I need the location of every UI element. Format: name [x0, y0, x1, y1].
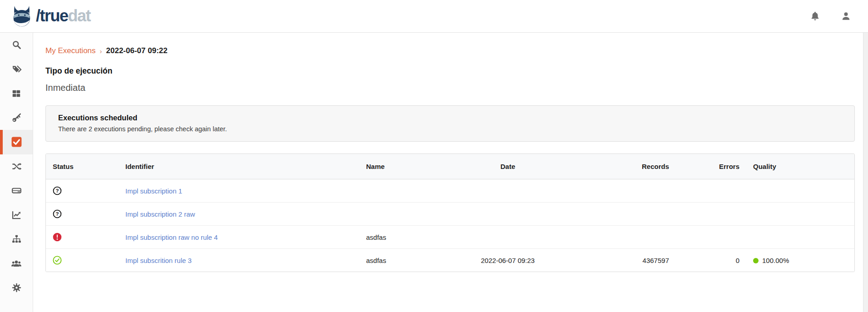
sidebar-item-key[interactable] [0, 106, 33, 130]
sidebar-item-users[interactable] [0, 252, 33, 276]
breadcrumb-my-executions-link[interactable]: My Executions [45, 46, 96, 55]
success-status-icon [53, 258, 62, 266]
name-cell: asdfas [359, 226, 459, 249]
sidebar-item-sources[interactable] [0, 178, 33, 203]
status-cell [46, 249, 119, 272]
pending-status-icon: ? [53, 189, 62, 197]
sidebar-item-dashboards[interactable] [0, 203, 33, 228]
sidebar-item-tags[interactable] [0, 57, 33, 82]
column-header-errors: Errors [676, 154, 746, 179]
table-header-row: Status Identifier Name Date Records Erro… [46, 154, 854, 179]
sidebar [0, 33, 33, 312]
date-cell [459, 226, 556, 249]
status-cell [46, 226, 119, 249]
alert-message: There are 2 executions pending, please c… [58, 125, 842, 133]
column-header-records: Records [556, 154, 676, 179]
header-actions [809, 10, 852, 22]
pending-status-icon: ? [53, 212, 62, 220]
main-content: My Executions › 2022-06-07 09:22 Tipo de… [33, 33, 863, 312]
identifier-link[interactable]: Impl subscription 2 raw [125, 210, 195, 218]
sidebar-item-settings[interactable] [0, 276, 33, 300]
quality-cell [746, 203, 854, 226]
wordmark-secondary: dat [68, 6, 91, 25]
quality-cell: 100.00% [746, 249, 854, 272]
tags-icon [11, 64, 22, 74]
drive-icon [11, 185, 22, 196]
svg-text:?: ? [55, 211, 59, 217]
errors-cell: 0 [676, 249, 746, 272]
sidebar-item-lineage[interactable] [0, 227, 33, 252]
wordmark-primary: /true [36, 6, 68, 25]
shuffle-icon [11, 161, 22, 172]
records-cell [556, 179, 676, 203]
name-cell: asdfas [359, 249, 459, 272]
execution-type-value: Inmediata [45, 83, 863, 93]
date-cell [459, 179, 556, 203]
user-icon[interactable] [840, 10, 852, 22]
table-row: Impl subscrition rule 3 asdfas 2022-06-0… [46, 249, 854, 272]
date-cell [459, 203, 556, 226]
table-row: Impl subscription raw no rule 4 asdfas [46, 226, 854, 249]
table-row: ? Impl subscription 1 [46, 179, 854, 203]
breadcrumb-separator-icon: › [100, 47, 102, 55]
quality-cell [746, 179, 854, 203]
truedat-logo[interactable]: /truedat [11, 5, 90, 28]
breadcrumb: My Executions › 2022-06-07 09:22 [45, 46, 863, 55]
wordmark: /truedat [36, 8, 90, 24]
chart-line-icon [11, 210, 22, 220]
check-square-icon [11, 136, 22, 148]
errors-cell [676, 226, 746, 249]
svg-text:?: ? [55, 188, 59, 193]
column-header-date: Date [459, 154, 556, 179]
search-icon [11, 40, 22, 50]
executions-table: Status Identifier Name Date Records Erro… [45, 154, 855, 272]
breadcrumb-current: 2022-06-07 09:22 [106, 46, 168, 55]
column-header-status: Status [46, 154, 119, 179]
column-header-name: Name [359, 154, 459, 179]
name-cell [359, 203, 459, 226]
owl-logo-icon [11, 5, 33, 28]
users-icon [11, 258, 22, 269]
records-cell [556, 226, 676, 249]
key-icon [11, 113, 22, 123]
alert-title: Executions scheduled [58, 114, 842, 122]
vertical-scrollbar[interactable] [863, 33, 868, 312]
errors-cell [676, 179, 746, 203]
error-status-icon [53, 235, 62, 243]
grid-icon [11, 89, 21, 99]
column-header-identifier: Identifier [119, 154, 359, 179]
executions-scheduled-alert: Executions scheduled There are 2 executi… [45, 105, 855, 142]
records-cell: 4367597 [556, 249, 676, 272]
sitemap-icon [11, 234, 22, 244]
sidebar-item-quality[interactable] [0, 130, 33, 154]
sidebar-item-shuffle[interactable] [0, 154, 33, 179]
status-cell: ? [46, 179, 119, 203]
status-cell: ? [46, 203, 119, 226]
quality-cell [746, 226, 854, 249]
column-header-quality: Quality [746, 154, 854, 179]
errors-cell [676, 203, 746, 226]
identifier-link[interactable]: Impl subscrition rule 3 [125, 257, 192, 264]
gear-icon [11, 282, 22, 293]
quality-dot-icon [753, 258, 759, 263]
table-row: ? Impl subscription 2 raw [46, 203, 854, 226]
sidebar-item-search[interactable] [0, 33, 33, 57]
sidebar-item-grid[interactable] [0, 81, 33, 106]
identifier-link[interactable]: Impl subscription 1 [125, 187, 182, 195]
name-cell [359, 179, 459, 203]
bell-icon[interactable] [809, 10, 821, 22]
identifier-link[interactable]: Impl subscription raw no rule 4 [125, 233, 218, 241]
execution-type-label: Tipo de ejecución [45, 66, 863, 76]
app-header: /truedat [0, 0, 868, 33]
quality-value: 100.00% [762, 257, 789, 264]
date-cell: 2022-06-07 09:23 [459, 249, 556, 272]
records-cell [556, 203, 676, 226]
